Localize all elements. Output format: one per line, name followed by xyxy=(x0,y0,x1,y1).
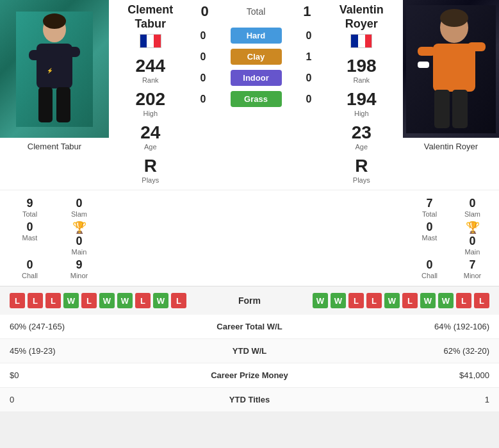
svg-rect-14 xyxy=(418,47,436,56)
middle-bottom-spacer xyxy=(109,194,403,283)
form-badge-w: W xyxy=(331,293,346,308)
stats-right-3: 1 xyxy=(324,388,499,412)
svg-rect-15 xyxy=(468,42,486,51)
left-high-label: High xyxy=(135,110,165,117)
right-plays-label: Plays xyxy=(353,176,370,184)
right-minor-stat: 7 Minor xyxy=(452,258,493,279)
indoor-badge: Indoor xyxy=(231,70,282,86)
svg-rect-16 xyxy=(434,90,450,128)
right-player-silhouette xyxy=(406,5,496,133)
left-minor-stat: 9 Minor xyxy=(56,258,102,279)
right-player-name: Valentin Royer xyxy=(339,3,384,31)
grass-right-score: 0 xyxy=(304,94,314,105)
form-badge-l: L xyxy=(171,293,186,308)
svg-rect-4 xyxy=(29,50,51,60)
court-row-grass: 0 Grass 0 xyxy=(192,88,320,110)
right-age-value: 23 xyxy=(352,122,372,143)
hard-left-score: 0 xyxy=(199,30,208,42)
svg-rect-13 xyxy=(433,44,475,92)
stats-label-3: YTD Titles xyxy=(175,388,325,412)
total-left-score: 0 xyxy=(199,3,211,20)
middle-section: 0 Total 1 0 Hard 0 0 Clay 1 0 Indoor 0 0 xyxy=(192,0,320,190)
svg-point-2 xyxy=(43,13,66,29)
form-badge-l: L xyxy=(348,293,364,308)
form-badge-w: W xyxy=(63,293,79,308)
form-badge-l: L xyxy=(28,293,43,308)
left-high-value: 202 xyxy=(135,89,165,110)
right-mast-stat: 0 Mast xyxy=(409,220,450,256)
stats-right-0: 64% (192-106) xyxy=(324,315,499,339)
form-badge-l: L xyxy=(135,293,151,308)
right-player-col: Valentin Royer xyxy=(403,0,499,190)
form-badge-l: L xyxy=(474,293,489,308)
right-chall-stat: 0 Chall xyxy=(409,258,450,279)
stats-label-0: Career Total W/L xyxy=(175,315,325,339)
left-main-trophy: 🏆 0 Main xyxy=(56,220,102,256)
stats-row-2: $0Career Prize Money$41,000 xyxy=(0,363,499,388)
stats-left-0: 60% (247-165) xyxy=(0,315,175,339)
right-age-label: Age xyxy=(352,143,372,151)
left-chall-stat: 0 Chall xyxy=(6,258,53,279)
hard-badge: Hard xyxy=(231,28,282,44)
svg-rect-7 xyxy=(38,87,53,122)
clay-left-score: 0 xyxy=(199,51,208,63)
left-player-photo: ⚡ xyxy=(0,0,109,138)
form-label: Form xyxy=(186,295,313,306)
right-rank-label: Rank xyxy=(347,76,377,84)
form-badge-w: W xyxy=(420,293,436,308)
left-age-value: 24 xyxy=(140,122,160,143)
svg-rect-17 xyxy=(452,90,468,128)
stats-label-2: Career Prize Money xyxy=(175,363,325,388)
clay-right-score: 1 xyxy=(304,51,314,63)
left-rank-block: 244 Rank xyxy=(135,56,165,84)
stats-left-1: 45% (19-23) xyxy=(0,339,175,363)
right-player-name-below: Valentin Royer xyxy=(403,138,499,155)
right-main-trophy: 🏆 0 Main xyxy=(452,220,493,256)
left-rank-label: Rank xyxy=(135,76,165,84)
form-badge-l: L xyxy=(10,293,25,308)
right-high-label: High xyxy=(347,110,377,117)
left-player-stats: Clement Tabur 244 Rank 202 High 24 xyxy=(109,0,192,190)
right-plays-block: R Plays xyxy=(353,156,370,184)
svg-point-11 xyxy=(440,9,468,27)
left-high-block: 202 High xyxy=(135,89,165,117)
svg-rect-8 xyxy=(56,87,70,122)
left-bottom-stats: 9 Total 0 Slam 0 Mast 🏆 0 Main 0 xyxy=(0,194,109,283)
svg-rect-5 xyxy=(58,47,80,57)
form-badge-w: W xyxy=(438,293,454,308)
svg-text:⚡: ⚡ xyxy=(47,67,53,74)
form-badge-w: W xyxy=(153,293,168,308)
right-flag xyxy=(350,34,372,48)
left-player-name: Clement Tabur xyxy=(127,3,173,31)
indoor-left-score: 0 xyxy=(199,72,208,84)
left-player-silhouette: ⚡ xyxy=(16,12,93,127)
left-mast-trophy: 0 Mast xyxy=(6,220,53,256)
right-form-badges: WWLLWLWWLL xyxy=(313,293,489,308)
left-plays-label: Plays xyxy=(142,176,159,184)
stats-label-1: YTD W/L xyxy=(175,339,325,363)
court-row-clay: 0 Clay 1 xyxy=(192,46,320,67)
left-age-block: 24 Age xyxy=(140,122,160,151)
form-badge-w: W xyxy=(99,293,115,308)
form-badge-w: W xyxy=(313,293,328,308)
form-badge-l: L xyxy=(366,293,382,308)
stats-row-1: 45% (19-23)YTD W/L62% (32-20) xyxy=(0,339,499,363)
right-plays-value: R xyxy=(353,156,370,176)
right-trophy-icon: 🏆 xyxy=(466,220,480,235)
left-player-name-below: Clement Tabur xyxy=(0,138,109,155)
grass-badge: Grass xyxy=(231,91,282,107)
left-flag xyxy=(140,34,161,48)
left-plays-value: R xyxy=(142,156,159,176)
svg-rect-12 xyxy=(418,62,429,68)
stats-row-3: 0YTD Titles1 xyxy=(0,388,499,412)
form-badge-l: L xyxy=(402,293,418,308)
clay-badge: Clay xyxy=(231,49,282,65)
left-slam-stat: 0 Slam xyxy=(56,197,102,218)
hard-right-score: 0 xyxy=(304,30,314,42)
stats-left-2: $0 xyxy=(0,363,175,388)
left-total-stat: 9 Total xyxy=(6,197,53,218)
stats-left-3: 0 xyxy=(0,388,175,412)
right-age-block: 23 Age xyxy=(352,122,372,151)
form-badge-l: L xyxy=(456,293,471,308)
right-player-stats: Valentin Royer 198 Rank 194 High 23 xyxy=(320,0,404,190)
